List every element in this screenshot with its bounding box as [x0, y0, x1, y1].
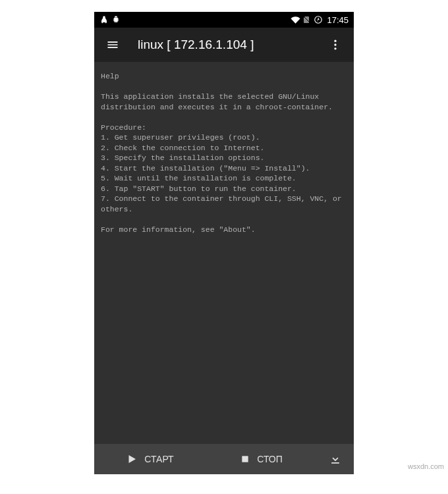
no-sim-icon [303, 15, 311, 24]
svg-point-3 [334, 47, 336, 49]
android-icon [111, 15, 121, 24]
status-bar: 17:45 [94, 12, 354, 28]
help-step: 3. Specify the installation options. [101, 153, 264, 162]
more-vert-icon [329, 38, 342, 51]
svg-point-2 [334, 43, 336, 45]
power-icon [314, 15, 323, 24]
watermark: wsxdn.com [408, 462, 444, 470]
help-step: 4. Start the installation ("Menu => Inst… [101, 164, 310, 173]
help-intro: This application installs the selected G… [101, 92, 333, 111]
app-title: linux [ 172.16.1.104 ] [138, 38, 310, 52]
help-footer: For more information, see "About". [101, 225, 256, 234]
download-button[interactable] [317, 444, 354, 474]
help-step: 6. Tap "START" button to run the contain… [101, 184, 296, 193]
download-icon [329, 453, 342, 466]
start-label: СТАРТ [144, 454, 173, 464]
help-step: 5. Wait until the installation is comple… [101, 174, 296, 182]
app-bar: linux [ 172.16.1.104 ] [94, 28, 354, 62]
hamburger-icon [106, 38, 119, 51]
help-step: 2. Check the connection to Internet. [101, 144, 264, 152]
terminal-output: Help This application installs the selec… [94, 62, 354, 444]
svg-point-1 [334, 40, 336, 42]
penguin-icon [99, 15, 109, 24]
bottom-bar: СТАРТ СТОП [94, 444, 354, 474]
stop-icon [240, 454, 250, 464]
stop-button[interactable]: СТОП [206, 444, 317, 474]
svg-rect-4 [242, 456, 248, 462]
wifi-icon [291, 15, 300, 24]
start-button[interactable]: СТАРТ [94, 444, 206, 474]
play-icon [126, 453, 138, 465]
more-button[interactable] [322, 32, 349, 58]
stop-label: СТОП [257, 454, 283, 464]
help-step: 7. Connect to the container through CLI,… [101, 194, 347, 213]
phone-frame: 17:45 linux [ 172.16.1.104 ] Help This a… [94, 12, 354, 474]
help-heading: Help [101, 72, 119, 80]
clock: 17:45 [327, 15, 349, 25]
help-step: 1. Get superuser privileges (root). [101, 133, 260, 142]
menu-button[interactable] [99, 32, 126, 58]
help-procedure-label: Procedure: [101, 123, 146, 132]
